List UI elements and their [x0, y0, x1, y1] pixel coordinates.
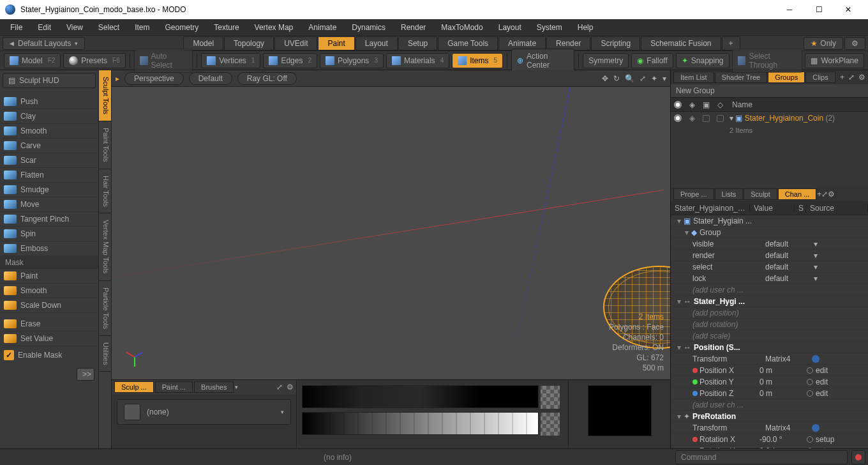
channel-row[interactable]: Position X0 medit	[671, 365, 868, 376]
layout-tab-setup[interactable]: Setup	[398, 36, 437, 50]
layouts-dropdown[interactable]: ◀ Default Layouts ▾	[3, 37, 85, 50]
checker-swatch[interactable]	[541, 386, 560, 409]
channel-row[interactable]: ▾↔Stater_Hygi ...	[671, 296, 868, 307]
eye-icon[interactable]	[673, 100, 682, 109]
polygons-button[interactable]: Polygons3	[320, 53, 384, 68]
channel-row[interactable]: ▾✦PreRotation	[671, 411, 868, 422]
menu-view[interactable]: View	[60, 21, 89, 34]
checkbox-icon[interactable]	[717, 115, 724, 122]
btab-brushes[interactable]: Brushes	[194, 381, 234, 393]
channel-row[interactable]: (add scale)	[671, 330, 868, 342]
vertices-button[interactable]: Vertices1	[201, 53, 260, 68]
enable-mask-checkbox[interactable]: ✓	[4, 350, 14, 360]
vtab-particle-tools[interactable]: Particle Tools	[99, 281, 111, 336]
vtab-utilities[interactable]: Utilities	[99, 336, 111, 372]
tab-item-list[interactable]: Item List	[673, 72, 714, 83]
snapping-button[interactable]: ✦Snapping	[676, 53, 730, 68]
only-button[interactable]: ★Only	[804, 37, 843, 50]
rotate-view-icon[interactable]: ↻	[613, 74, 620, 83]
chevron-down-icon[interactable]: ▾	[235, 384, 238, 390]
btab-paint[interactable]: Paint ...	[155, 381, 193, 393]
mask-paint[interactable]: Paint	[0, 269, 98, 284]
tool-smudge[interactable]: Smudge	[0, 183, 98, 197]
channel-row[interactable]: Position Z0 medit	[671, 388, 868, 399]
materials-button[interactable]: Materials4	[386, 53, 449, 68]
channel-row[interactable]: visibledefault▾	[671, 238, 868, 250]
tool-tangent-pinch[interactable]: Tangent Pinch	[0, 212, 98, 227]
tool-carve[interactable]: Carve	[0, 139, 98, 153]
channel-row[interactable]: ▾◆Group	[671, 227, 868, 238]
model-mode-button[interactable]: ModelF2	[4, 53, 61, 68]
mask-set-value[interactable]: Set Value	[0, 332, 98, 346]
tab-groups[interactable]: Groups	[768, 72, 805, 83]
tool-push[interactable]: Push	[0, 95, 98, 109]
close-button[interactable]: ✕	[834, 0, 863, 19]
channel-row[interactable]: (add position)	[671, 307, 868, 319]
view-default-dropdown[interactable]: Default	[189, 72, 232, 85]
chevron-down-icon[interactable]: ▾	[662, 74, 666, 83]
menu-vertexmap[interactable]: Vertex Map	[248, 21, 300, 34]
mask-erase[interactable]: Erase	[0, 317, 98, 332]
vtab-vertex-map-tools[interactable]: Vertex Map Tools	[99, 213, 111, 280]
command-input[interactable]: Command	[675, 450, 848, 464]
mask-smooth[interactable]: Smooth	[0, 284, 98, 298]
tool-spin[interactable]: Spin	[0, 227, 98, 241]
select-through-button[interactable]: Select Through	[732, 49, 803, 73]
brush-preset-dropdown[interactable]: (none) ▾	[117, 399, 291, 425]
channel-row[interactable]: lockdefault▾	[671, 273, 868, 284]
layout-tab-scripting[interactable]: Scripting	[591, 36, 640, 50]
workplane-button[interactable]: ▦WorkPlane	[805, 53, 864, 68]
layout-tab-gametools[interactable]: Game Tools	[438, 36, 498, 50]
view-perspective-dropdown[interactable]: Perspective	[124, 72, 184, 85]
menu-layout[interactable]: Layout	[492, 21, 528, 34]
channel-row[interactable]: (add rotation)	[671, 319, 868, 330]
channel-row[interactable]: (add user ch ...	[671, 399, 868, 411]
items-button[interactable]: Items5	[452, 53, 503, 68]
tool-smooth[interactable]: Smooth	[0, 124, 98, 139]
menu-file[interactable]: File	[4, 21, 29, 34]
group-row[interactable]: ◈ ▾ ▣ Stater_Hygiainon_Coin (2)	[671, 112, 868, 125]
symmetry-button[interactable]: Symmetry	[583, 53, 629, 68]
viewport-3d[interactable]: 2 Items Polygons : Face Channels: 0 Defo…	[112, 87, 670, 379]
gear-view-icon[interactable]: ✦	[651, 74, 657, 83]
move-view-icon[interactable]: ✥	[602, 74, 608, 83]
add-tab-icon[interactable]: +	[840, 73, 844, 82]
tab-properties[interactable]: Prope ...	[673, 188, 714, 200]
enable-mask-row[interactable]: ✓ Enable Mask	[0, 346, 98, 364]
lock-col-icon[interactable]: ▣	[703, 100, 710, 109]
menu-dynamics[interactable]: Dynamics	[345, 21, 392, 34]
menu-system[interactable]: System	[530, 21, 569, 34]
layout-tab-schematic[interactable]: Schematic Fusion	[641, 36, 721, 50]
tab-lists[interactable]: Lists	[715, 188, 744, 200]
menu-maxtomodo[interactable]: MaxToModo	[435, 21, 489, 34]
forward-button[interactable]: >>	[77, 368, 94, 381]
menu-render[interactable]: Render	[394, 21, 432, 34]
channel-row[interactable]: Position Y0 medit	[671, 376, 868, 388]
tool-move[interactable]: Move	[0, 197, 98, 212]
layout-tab-topology[interactable]: Topology	[224, 36, 274, 50]
tab-clips[interactable]: Clips	[805, 72, 835, 83]
menu-geometry[interactable]: Geometry	[159, 21, 206, 34]
view-raygl-dropdown[interactable]: Ray GL: Off	[237, 72, 297, 85]
gear-icon[interactable]: ⚙	[858, 73, 865, 82]
edges-button[interactable]: Edges2	[263, 53, 317, 68]
menu-select[interactable]: Select	[92, 21, 126, 34]
preview-window[interactable]	[588, 385, 652, 436]
tool-clay[interactable]: Clay	[0, 109, 98, 124]
menu-edit[interactable]: Edit	[31, 21, 57, 34]
tool-flatten[interactable]: Flatten	[0, 168, 98, 183]
settings-gear-button[interactable]: ⚙	[844, 37, 865, 50]
presets-button[interactable]: PresetsF6	[63, 53, 125, 68]
layout-tab-uvedit[interactable]: UVEdit	[274, 36, 317, 50]
menu-item[interactable]: Item	[128, 21, 156, 34]
checkbox-icon[interactable]	[703, 115, 710, 122]
channel-row[interactable]: TransformMatrix4	[671, 353, 868, 365]
menu-help[interactable]: Help	[571, 21, 600, 34]
menu-animate[interactable]: Animate	[302, 21, 343, 34]
expand-icon[interactable]: ⤢	[821, 190, 828, 199]
channel-row[interactable]: ▾▣Stater_Hygiain ...	[671, 215, 868, 227]
tool-scar[interactable]: Scar	[0, 153, 98, 168]
btab-sculpt[interactable]: Sculp ...	[114, 381, 154, 393]
channel-row[interactable]: renderdefault▾	[671, 250, 868, 261]
tab-shader-tree[interactable]: Shader Tree	[715, 72, 768, 83]
